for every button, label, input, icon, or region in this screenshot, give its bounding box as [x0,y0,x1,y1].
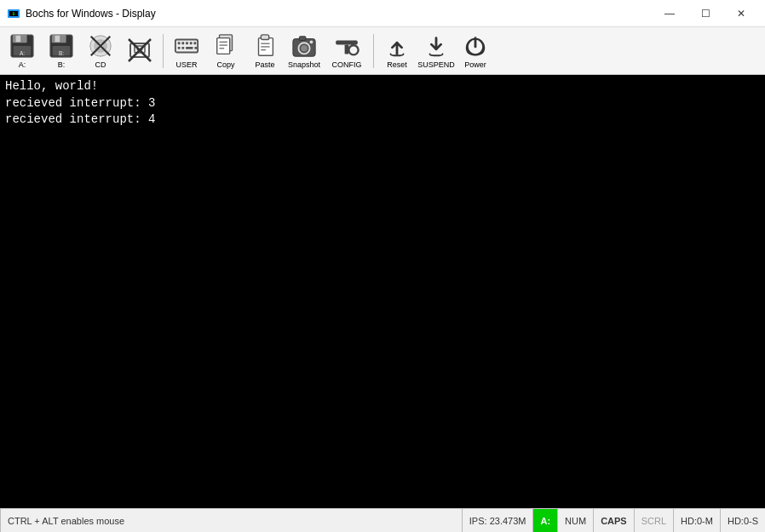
toolbar-net[interactable] [121,31,158,72]
user-label: USER [175,60,197,69]
toolbar-power[interactable]: Power [457,31,494,72]
toolbar-cdrom[interactable]: CD [82,31,119,72]
title-left: B Bochs for Windows - Display [7,7,156,20]
svg-rect-28 [186,42,188,44]
svg-rect-33 [186,46,193,49]
status-hd0s: HD:0-S [720,509,765,532]
svg-point-47 [301,45,308,52]
svg-rect-48 [299,36,306,40]
toolbar-config[interactable]: CONFIG [325,31,369,72]
status-ips: IPS: 23.473M [462,509,533,532]
toolbar-reset[interactable]: Reset [378,31,416,72]
svg-rect-29 [190,42,193,44]
toolbar-floppy-b[interactable]: B: B: [43,31,80,72]
status-drive-a: A: [532,509,557,532]
svg-rect-31 [178,46,181,49]
svg-text:A:: A: [20,50,25,56]
status-mouse-hint: CTRL + ALT enables mouse [0,509,462,532]
cdrom-label: CD [95,60,106,69]
svg-rect-32 [181,46,184,49]
snapshot-label: Snapshot [288,60,320,69]
status-num: NUM [557,509,593,532]
paste-label: Paste [255,60,274,69]
svg-point-52 [348,45,358,54]
toolbar-copy[interactable]: Copy [207,31,244,72]
svg-rect-41 [261,34,268,39]
separator-2 [373,34,374,68]
power-label: Power [464,60,486,69]
config-label: CONFIG [332,60,362,69]
restore-button[interactable]: ☐ [688,2,722,26]
svg-rect-30 [193,42,196,44]
svg-rect-5 [16,35,21,42]
app-icon: B [7,7,20,20]
title-controls: — ☐ ✕ [653,2,758,26]
toolbar-snapshot[interactable]: Snapshot [285,31,323,72]
toolbar-floppy-a[interactable]: A: A: [3,31,41,72]
title-bar: B Bochs for Windows - Display — ☐ ✕ [0,0,765,27]
display-content: Hello, world! recieved interrupt: 3 reci… [5,78,760,129]
minimize-button[interactable]: — [653,2,687,26]
toolbar-user[interactable]: USER [168,31,205,72]
status-bar: CTRL + ALT enables mouse IPS: 23.473M A:… [0,508,765,532]
status-hd0m: HD:0-M [673,509,720,532]
svg-rect-36 [217,37,230,54]
status-scrl: SCRL [634,509,673,532]
svg-rect-10 [55,35,60,42]
svg-rect-27 [181,42,184,44]
reset-label: Reset [387,60,407,69]
floppy-b-label: B: [58,60,66,69]
toolbar-paste[interactable]: Paste [246,31,284,72]
copy-label: Copy [216,60,234,69]
window-title: Bochs for Windows - Display [26,8,156,20]
floppy-a-label: A: [19,60,26,69]
toolbar: A: A: B: B: CD [0,27,765,75]
svg-text:B: B [12,11,14,16]
svg-point-49 [310,40,313,43]
display-area: Hello, world! recieved interrupt: 3 reci… [0,75,765,508]
toolbar-suspend[interactable]: SUSPEND [417,31,455,72]
svg-text:B:: B: [59,50,64,56]
separator-1 [163,34,164,68]
svg-rect-34 [194,46,197,49]
svg-rect-26 [178,42,181,44]
status-caps: CAPS [593,509,634,532]
suspend-label: SUSPEND [417,60,455,69]
close-button[interactable]: ✕ [724,2,758,26]
svg-rect-25 [175,39,198,52]
